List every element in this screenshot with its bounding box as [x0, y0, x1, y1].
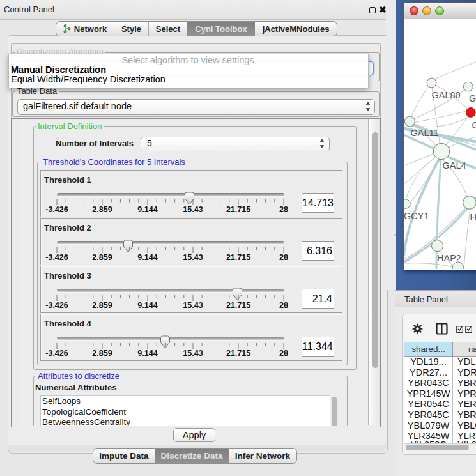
- svg-text:GAL4: GAL4: [443, 160, 466, 171]
- svg-text:GA: GA: [469, 93, 476, 104]
- svg-text:HAP2: HAP2: [437, 253, 461, 263]
- svg-text:H: H: [470, 212, 476, 222]
- svg-text:C: C: [472, 120, 476, 130]
- svg-text:GAL11: GAL11: [411, 128, 439, 138]
- svg-text:GCY1: GCY1: [404, 211, 429, 221]
- svg-text:GAL80: GAL80: [432, 90, 461, 100]
